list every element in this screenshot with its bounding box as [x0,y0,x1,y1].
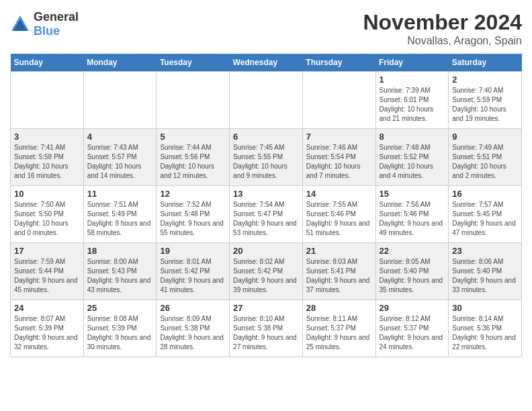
day-cell: 23Sunrise: 8:06 AM Sunset: 5:40 PM Dayli… [449,243,522,300]
day-info: Sunrise: 8:11 AM Sunset: 5:37 PM Dayligh… [306,314,372,352]
day-number: 27 [233,303,299,313]
week-row-4: 24Sunrise: 8:07 AM Sunset: 5:39 PM Dayli… [11,300,522,357]
day-cell: 14Sunrise: 7:55 AM Sunset: 5:46 PM Dayli… [302,186,375,243]
day-cell: 4Sunrise: 7:43 AM Sunset: 5:57 PM Daylig… [83,129,157,186]
header-sunday: Sunday [11,54,84,72]
day-info: Sunrise: 8:05 AM Sunset: 5:40 PM Dayligh… [380,257,445,295]
day-number: 29 [380,303,445,313]
day-number: 22 [380,246,445,256]
day-cell: 1Sunrise: 7:39 AM Sunset: 6:01 PM Daylig… [375,72,449,129]
day-cell: 13Sunrise: 7:54 AM Sunset: 5:47 PM Dayli… [230,186,303,243]
day-info: Sunrise: 8:01 AM Sunset: 5:42 PM Dayligh… [160,257,226,295]
day-cell: 3Sunrise: 7:41 AM Sunset: 5:58 PM Daylig… [11,129,84,186]
day-cell [157,72,230,129]
day-cell: 19Sunrise: 8:01 AM Sunset: 5:42 PM Dayli… [157,243,230,300]
title-area: November 2024 Novallas, Aragon, Spain [363,10,522,47]
day-number: 21 [306,246,372,256]
week-row-1: 3Sunrise: 7:41 AM Sunset: 5:58 PM Daylig… [11,129,522,186]
day-cell [302,72,375,129]
day-info: Sunrise: 7:59 AM Sunset: 5:44 PM Dayligh… [14,257,80,295]
day-number: 3 [14,132,80,142]
logo-general: General [34,10,79,24]
day-cell: 24Sunrise: 8:07 AM Sunset: 5:39 PM Dayli… [11,300,84,357]
day-info: Sunrise: 8:09 AM Sunset: 5:38 PM Dayligh… [160,314,226,352]
day-number: 20 [233,246,299,256]
day-cell: 17Sunrise: 7:59 AM Sunset: 5:44 PM Dayli… [11,243,84,300]
day-info: Sunrise: 7:45 AM Sunset: 5:55 PM Dayligh… [233,143,299,181]
day-info: Sunrise: 8:12 AM Sunset: 5:37 PM Dayligh… [380,314,445,352]
day-number: 28 [306,303,372,313]
logo-icon [10,14,30,34]
day-number: 23 [452,246,518,256]
week-row-0: 1Sunrise: 7:39 AM Sunset: 6:01 PM Daylig… [11,72,522,129]
day-info: Sunrise: 8:14 AM Sunset: 5:36 PM Dayligh… [452,314,518,352]
header-saturday: Saturday [449,54,522,72]
day-cell [230,72,303,129]
day-cell: 27Sunrise: 8:10 AM Sunset: 5:38 PM Dayli… [230,300,303,357]
day-number: 19 [160,246,226,256]
month-title: November 2024 [363,10,522,35]
day-number: 1 [380,75,445,85]
header-wednesday: Wednesday [230,54,303,72]
calendar-table: SundayMondayTuesdayWednesdayThursdayFrid… [10,54,522,357]
day-cell: 21Sunrise: 8:03 AM Sunset: 5:41 PM Dayli… [302,243,375,300]
day-cell: 29Sunrise: 8:12 AM Sunset: 5:37 PM Dayli… [375,300,449,357]
day-cell: 7Sunrise: 7:46 AM Sunset: 5:54 PM Daylig… [302,129,375,186]
day-cell [83,72,157,129]
day-cell: 15Sunrise: 7:56 AM Sunset: 5:46 PM Dayli… [375,186,449,243]
day-number: 9 [452,132,518,142]
logo-text: General Blue [34,10,79,38]
day-info: Sunrise: 8:02 AM Sunset: 5:42 PM Dayligh… [233,257,299,295]
week-row-3: 17Sunrise: 7:59 AM Sunset: 5:44 PM Dayli… [11,243,522,300]
day-number: 16 [452,189,518,199]
day-info: Sunrise: 8:03 AM Sunset: 5:41 PM Dayligh… [306,257,372,295]
day-number: 14 [306,189,372,199]
header-tuesday: Tuesday [157,54,230,72]
day-cell: 25Sunrise: 8:08 AM Sunset: 5:39 PM Dayli… [83,300,157,357]
header-friday: Friday [375,54,449,72]
day-number: 17 [14,246,80,256]
logo: General Blue [10,10,79,38]
day-number: 12 [160,189,226,199]
day-info: Sunrise: 7:43 AM Sunset: 5:57 PM Dayligh… [87,143,153,181]
day-info: Sunrise: 8:08 AM Sunset: 5:39 PM Dayligh… [87,314,153,352]
day-cell: 6Sunrise: 7:45 AM Sunset: 5:55 PM Daylig… [230,129,303,186]
day-number: 11 [87,189,153,199]
day-number: 6 [233,132,299,142]
day-info: Sunrise: 7:49 AM Sunset: 5:51 PM Dayligh… [452,143,518,181]
day-info: Sunrise: 7:50 AM Sunset: 5:50 PM Dayligh… [14,200,80,238]
day-cell: 8Sunrise: 7:48 AM Sunset: 5:52 PM Daylig… [375,129,449,186]
day-cell: 30Sunrise: 8:14 AM Sunset: 5:36 PM Dayli… [449,300,522,357]
day-number: 5 [160,132,226,142]
day-number: 13 [233,189,299,199]
day-number: 7 [306,132,372,142]
day-number: 30 [452,303,518,313]
day-cell: 18Sunrise: 8:00 AM Sunset: 5:43 PM Dayli… [83,243,157,300]
day-info: Sunrise: 7:55 AM Sunset: 5:46 PM Dayligh… [306,200,372,238]
day-info: Sunrise: 8:07 AM Sunset: 5:39 PM Dayligh… [14,314,80,352]
day-cell: 28Sunrise: 8:11 AM Sunset: 5:37 PM Dayli… [302,300,375,357]
day-cell: 10Sunrise: 7:50 AM Sunset: 5:50 PM Dayli… [11,186,84,243]
day-info: Sunrise: 7:40 AM Sunset: 5:59 PM Dayligh… [452,86,518,124]
day-info: Sunrise: 7:39 AM Sunset: 6:01 PM Dayligh… [380,86,445,124]
logo-blue: Blue [34,24,79,38]
day-cell: 9Sunrise: 7:49 AM Sunset: 5:51 PM Daylig… [449,129,522,186]
day-info: Sunrise: 7:56 AM Sunset: 5:46 PM Dayligh… [380,200,445,238]
day-info: Sunrise: 7:44 AM Sunset: 5:56 PM Dayligh… [160,143,226,181]
day-number: 10 [14,189,80,199]
page-header: General Blue November 2024 Novallas, Ara… [10,10,522,47]
day-info: Sunrise: 8:06 AM Sunset: 5:40 PM Dayligh… [452,257,518,295]
day-number: 15 [380,189,445,199]
header-monday: Monday [83,54,157,72]
location: Novallas, Aragon, Spain [363,35,522,47]
day-number: 8 [380,132,445,142]
day-cell: 2Sunrise: 7:40 AM Sunset: 5:59 PM Daylig… [449,72,522,129]
day-cell: 12Sunrise: 7:52 AM Sunset: 5:48 PM Dayli… [157,186,230,243]
day-number: 26 [160,303,226,313]
day-number: 2 [452,75,518,85]
day-info: Sunrise: 7:51 AM Sunset: 5:49 PM Dayligh… [87,200,153,238]
day-cell: 20Sunrise: 8:02 AM Sunset: 5:42 PM Dayli… [230,243,303,300]
day-info: Sunrise: 8:00 AM Sunset: 5:43 PM Dayligh… [87,257,153,295]
day-info: Sunrise: 7:46 AM Sunset: 5:54 PM Dayligh… [306,143,372,181]
week-row-2: 10Sunrise: 7:50 AM Sunset: 5:50 PM Dayli… [11,186,522,243]
